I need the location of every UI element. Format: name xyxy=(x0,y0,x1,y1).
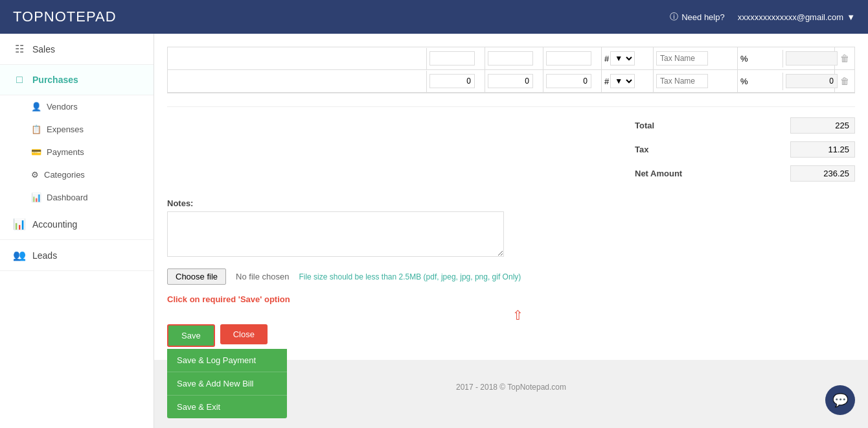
sidebar-item-sales[interactable]: ☷ Sales xyxy=(0,34,154,65)
desc-cell-2 xyxy=(168,71,427,92)
hash-symbol-2: # xyxy=(604,77,609,86)
delete-row-2[interactable]: 🗑 xyxy=(835,72,854,90)
amount-input-1[interactable] xyxy=(786,51,838,65)
accounting-icon: 📊 xyxy=(13,218,26,230)
net-amount-label: Net Amount xyxy=(635,169,689,178)
sidebar-item-categories[interactable]: ⚙ Categories xyxy=(0,163,154,186)
sidebar-item-purchases[interactable]: □ Purchases xyxy=(0,65,154,95)
desc-input-1[interactable] xyxy=(170,52,424,65)
tax-type-select-1[interactable]: ▼ xyxy=(610,51,635,65)
tax-label: Tax xyxy=(635,145,655,154)
percent-symbol-2: % xyxy=(740,77,748,86)
email-text: xxxxxxxxxxxxxx@gmail.com xyxy=(738,12,843,22)
vendors-icon: 👤 xyxy=(31,102,41,112)
qty-cell-2 xyxy=(427,70,485,92)
no-file-label: No file chosen xyxy=(236,272,289,281)
amount-input-2[interactable] xyxy=(786,74,838,88)
line-items-table: # ▼ % 🗑 xyxy=(167,47,855,93)
rate-cell-2 xyxy=(485,70,543,92)
file-upload-area: Choose file No file chosen File size sho… xyxy=(167,268,855,285)
sidebar-item-vendors[interactable]: 👤 Vendors xyxy=(0,95,154,118)
total-label: Total xyxy=(635,121,661,130)
layout: ☷ Sales □ Purchases 👤 Vendors 📋 Expenses… xyxy=(0,34,868,428)
save-button[interactable]: Save xyxy=(167,324,215,347)
rate-input-2[interactable] xyxy=(488,74,533,88)
choose-file-button[interactable]: Choose file xyxy=(167,268,226,285)
save-dropdown-menu: Save & Log Payment Save & Add New Bill S… xyxy=(167,349,287,418)
net-amount-row: Net Amount 236.25 xyxy=(635,161,855,185)
sidebar-label-sales: Sales xyxy=(32,44,55,54)
discount-cell xyxy=(543,47,602,69)
symbol-cell-2: # ▼ xyxy=(602,70,654,92)
desc-input-2[interactable] xyxy=(170,75,424,88)
tax-row: Tax 11.25 xyxy=(635,137,855,161)
summary-area: Total 225 Tax 11.25 Net Amount 236.25 xyxy=(167,106,855,192)
sidebar-label-categories: Categories xyxy=(44,170,85,180)
rate-cell xyxy=(485,47,543,69)
close-button[interactable]: Close xyxy=(220,324,268,344)
discount-input-2[interactable] xyxy=(546,74,591,88)
hash-symbol: # xyxy=(604,54,609,64)
chat-icon: 💬 xyxy=(832,392,849,408)
tax-value: 11.25 xyxy=(790,141,855,158)
amount-cell xyxy=(783,47,835,69)
notes-section: Notes: xyxy=(167,192,855,268)
discount-input-1[interactable] xyxy=(546,51,591,65)
header-right: ⓘ Need help? xxxxxxxxxxxxxx@gmail.com ▼ xyxy=(670,11,855,23)
leads-icon: 👥 xyxy=(13,249,26,261)
sidebar-label-dashboard: Dashboard xyxy=(47,193,88,202)
sidebar-item-expenses[interactable]: 📋 Expenses xyxy=(0,118,154,141)
sidebar-label-leads: Leads xyxy=(32,250,57,261)
qty-input-1[interactable] xyxy=(429,51,475,65)
categories-icon: ⚙ xyxy=(31,170,39,180)
percent-symbol-1: % xyxy=(740,54,748,64)
qty-input-2[interactable] xyxy=(429,74,475,88)
save-exit-option[interactable]: Save & Exit xyxy=(167,395,287,418)
qty-cell xyxy=(427,47,485,69)
net-amount-value: 236.25 xyxy=(790,165,855,182)
discount-cell-2 xyxy=(543,70,602,92)
notes-textarea[interactable] xyxy=(167,211,504,257)
help-icon: ⓘ xyxy=(670,11,678,23)
sidebar: ☷ Sales □ Purchases 👤 Vendors 📋 Expenses… xyxy=(0,34,154,428)
save-log-payment-option[interactable]: Save & Log Payment xyxy=(167,349,287,372)
chat-button[interactable]: 💬 xyxy=(825,385,855,415)
sidebar-label-accounting: Accounting xyxy=(32,219,77,230)
arrow-up-indicator: ⇧ xyxy=(180,307,855,323)
sidebar-label-expenses: Expenses xyxy=(47,125,84,134)
sidebar-label-payments: Payments xyxy=(47,147,84,157)
expenses-icon: 📋 xyxy=(31,125,41,134)
chevron-down-icon: ▼ xyxy=(847,12,855,22)
rate-input-1[interactable] xyxy=(488,51,533,65)
sidebar-item-dashboard[interactable]: 📊 Dashboard xyxy=(0,186,154,209)
buttons-row: Save Close Save & Log Payment Save & Add… xyxy=(167,324,855,347)
tax-name-input-1[interactable] xyxy=(656,51,708,65)
logo-text: TopNotepad xyxy=(13,8,117,25)
delete-row-1[interactable]: 🗑 xyxy=(835,49,854,67)
tax-pct-cell-2: % xyxy=(738,73,783,90)
table-row: # ▼ % 🗑 xyxy=(168,47,854,70)
tax-type-select-2[interactable]: ▼ xyxy=(610,74,635,88)
desc-cell xyxy=(168,48,427,69)
total-value: 225 xyxy=(790,117,855,134)
help-link[interactable]: ⓘ Need help? xyxy=(670,11,725,23)
notes-label: Notes: xyxy=(167,198,855,208)
user-email[interactable]: xxxxxxxxxxxxxx@gmail.com ▼ xyxy=(738,12,855,22)
sidebar-item-accounting[interactable]: 📊 Accounting xyxy=(0,209,154,240)
sidebar-item-payments[interactable]: 💳 Payments xyxy=(0,141,154,163)
file-hint-text: File size should be less than 2.5MB (pdf… xyxy=(299,272,521,281)
logo: TopNotepad xyxy=(13,8,117,25)
help-label: Need help? xyxy=(681,12,725,22)
summary-table: Total 225 Tax 11.25 Net Amount 236.25 xyxy=(635,113,855,185)
dashboard-icon: 📊 xyxy=(31,193,41,202)
save-add-new-bill-option[interactable]: Save & Add New Bill xyxy=(167,372,287,395)
sidebar-item-leads[interactable]: 👥 Leads xyxy=(0,240,154,271)
content-area: # ▼ % 🗑 xyxy=(154,34,868,360)
tax-name-cell xyxy=(654,47,738,69)
tax-name-input-2[interactable] xyxy=(656,74,708,88)
sidebar-label-purchases: Purchases xyxy=(32,75,78,85)
total-row: Total 225 xyxy=(635,113,855,137)
footer-text: 2017 - 2018 © TopNotepad.com xyxy=(456,383,566,392)
purchases-icon: □ xyxy=(13,74,26,86)
instruction-text: Click on required 'Save' option xyxy=(167,294,855,304)
